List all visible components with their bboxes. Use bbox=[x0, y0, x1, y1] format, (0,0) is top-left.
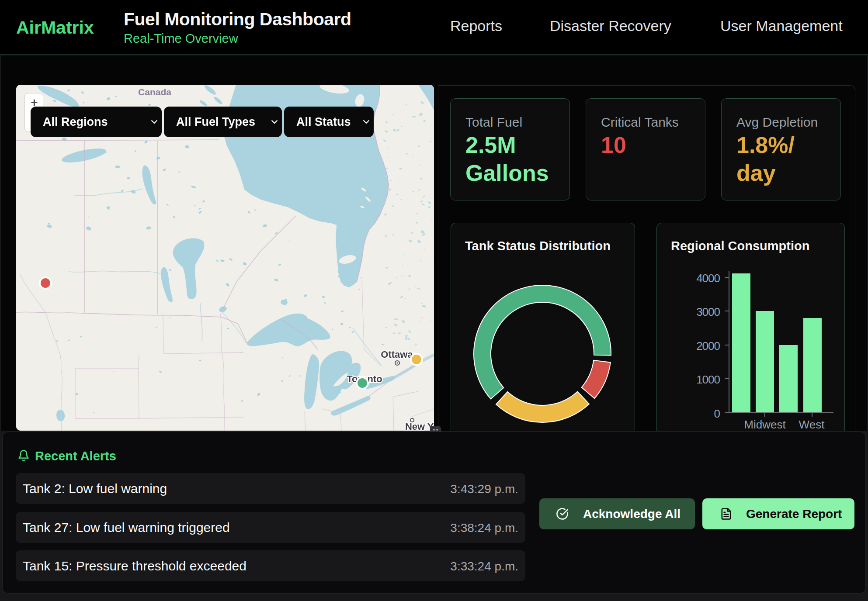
svg-text:Canada: Canada bbox=[138, 87, 171, 97]
svg-text:Ottawa: Ottawa bbox=[381, 349, 413, 360]
